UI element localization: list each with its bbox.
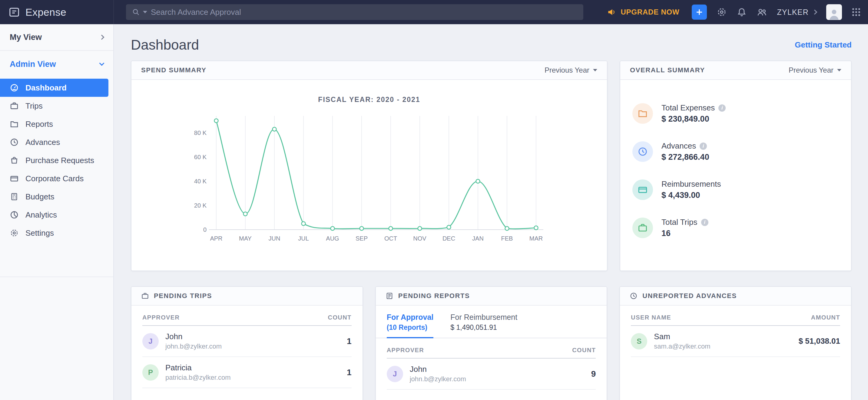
overall-period-selector[interactable]: Previous Year	[789, 66, 841, 74]
user-name: Sam	[654, 332, 798, 341]
sidebar-item-label: Purchase Requests	[26, 156, 94, 165]
dashboard-gauge-icon	[10, 83, 19, 92]
app-grid-icon[interactable]	[851, 7, 861, 16]
folder-icon	[10, 120, 19, 129]
info-icon[interactable]	[701, 219, 708, 226]
svg-text:APR: APR	[210, 235, 222, 242]
table-row[interactable]: J John john.b@zylker.com 9	[387, 359, 596, 390]
reimbursement-card-icon	[632, 179, 653, 200]
topbar-main: UPGRADE NOW	[114, 0, 868, 24]
tab-sublabel: (10 Reports)	[387, 324, 434, 332]
tab-for-reimbursement[interactable]: For Reimbursement $ 1,490,051.91	[451, 313, 517, 338]
svg-text:SEP: SEP	[355, 235, 368, 242]
chevron-down-icon	[99, 61, 104, 66]
total-trips-value: 16	[661, 229, 708, 238]
advances-value: $ 272,866.40	[661, 153, 709, 162]
sidebar-item-advances[interactable]: Advances	[0, 133, 113, 151]
main-content: Dashboard Getting Started SPEND SUMMARY …	[114, 24, 868, 400]
svg-text:20 K: 20 K	[194, 202, 207, 209]
notifications-bell-icon[interactable]	[737, 7, 747, 17]
reimbursements-label: Reimbursements	[661, 179, 721, 189]
col-count: COUNT	[572, 347, 596, 354]
unreported-advances-header: UNREPORTED ADVANCES	[620, 287, 851, 306]
trips-briefcase-icon	[632, 218, 653, 238]
user-avatar[interactable]	[826, 4, 842, 20]
avatar: P	[142, 364, 159, 380]
unreported-advances-title: UNREPORTED ADVANCES	[642, 292, 737, 300]
svg-text:JAN: JAN	[472, 235, 484, 242]
sidebar-item-settings[interactable]: Settings	[0, 224, 113, 242]
spend-summary-header: SPEND SUMMARY Previous Year	[131, 61, 607, 80]
svg-text:JUL: JUL	[298, 235, 309, 242]
total-expenses-label: Total Expenses	[661, 103, 715, 112]
chevron-down-icon	[837, 69, 841, 71]
sidebar-item-label: Trips	[26, 101, 43, 111]
credit-card-icon	[10, 174, 19, 183]
svg-text:MAY: MAY	[239, 235, 252, 242]
admin-view-label: Admin View	[10, 60, 56, 69]
advances-label: Advances	[661, 141, 696, 151]
search-input[interactable]	[150, 7, 577, 18]
getting-started-link[interactable]: Getting Started	[795, 40, 851, 49]
contacts-users-icon[interactable]	[756, 7, 768, 17]
col-approver: APPROVER	[142, 314, 180, 321]
unreported-advances-columns: USER NAME AMOUNT	[631, 306, 840, 326]
app-title: Expense	[26, 6, 66, 18]
sidebar-item-purchase-requests[interactable]: Purchase Requests	[0, 151, 113, 169]
advances-clock-icon	[632, 141, 653, 162]
app-logo[interactable]: Expense	[0, 0, 114, 24]
tab-for-approval[interactable]: For Approval (10 Reports)	[387, 313, 434, 338]
search-scope-caret-icon[interactable]	[143, 11, 147, 13]
table-row[interactable]: P Patricia patricia.b@zylker.com 1	[142, 357, 352, 388]
svg-text:NOV: NOV	[413, 235, 427, 242]
chevron-down-icon	[593, 69, 597, 71]
total-trips-item: Total Trips 16	[632, 209, 839, 247]
col-count: COUNT	[328, 314, 352, 321]
topbar-actions: UPGRADE NOW	[583, 4, 861, 20]
sidebar-item-corporate-cards[interactable]: Corporate Cards	[0, 169, 113, 188]
briefcase-icon	[141, 292, 149, 300]
sidebar-item-label: Advances	[26, 138, 60, 147]
sidebar-item-dashboard[interactable]: Dashboard	[0, 79, 108, 97]
advances-item: Advances $ 272,866.40	[632, 133, 839, 171]
tab-sublabel: $ 1,490,051.91	[451, 324, 517, 332]
sidebar-divider	[0, 276, 113, 277]
global-search[interactable]	[126, 4, 583, 20]
table-row[interactable]: S Sam sam.a@zylker.com $ 51,038.01	[631, 326, 840, 357]
approver-email: john.b@zylker.com	[165, 342, 347, 351]
info-icon[interactable]	[718, 104, 726, 112]
settings-gear-icon[interactable]	[717, 7, 727, 17]
megaphone-icon	[607, 7, 616, 16]
sidebar-item-reports[interactable]: Reports	[0, 115, 113, 133]
approver-email: patricia.b@zylker.com	[165, 374, 347, 381]
sidebar-nav: Dashboard Trips Re	[0, 77, 113, 242]
chart-title: FISCAL YEAR: 2020 - 2021	[131, 80, 607, 104]
sidebar: My View Admin View Dashboard	[0, 24, 114, 400]
svg-text:OCT: OCT	[384, 235, 397, 242]
org-switcher[interactable]: ZYLKER	[777, 8, 816, 16]
spend-period-selector[interactable]: Previous Year	[545, 66, 597, 74]
svg-text:JUN: JUN	[269, 235, 280, 242]
avatar: S	[631, 333, 647, 349]
tab-label: For Reimbursement	[451, 313, 517, 322]
upgrade-now-button[interactable]: UPGRADE NOW	[607, 7, 679, 16]
topbar: Expense	[0, 0, 868, 24]
sidebar-item-analytics[interactable]: Analytics	[0, 206, 113, 224]
sidebar-item-budgets[interactable]: Budgets	[0, 188, 113, 206]
sidebar-item-trips[interactable]: Trips	[0, 97, 113, 115]
my-view-toggle[interactable]: My View	[0, 24, 113, 51]
approver-name: John	[410, 365, 591, 374]
clock-icon	[630, 292, 638, 300]
info-icon[interactable]	[700, 142, 707, 150]
svg-text:40 K: 40 K	[194, 178, 207, 185]
tab-label: For Approval	[387, 313, 434, 322]
table-row[interactable]: J John john.b@zylker.com 1	[142, 326, 352, 357]
user-email: sam.a@zylker.com	[654, 342, 798, 351]
pending-reports-header: PENDING REPORTS	[376, 287, 607, 306]
admin-view-toggle[interactable]: Admin View	[0, 51, 113, 77]
app-root: Expense	[0, 0, 868, 400]
col-user-name: USER NAME	[631, 314, 671, 321]
quick-create-button[interactable]	[692, 4, 707, 20]
chevron-right-icon	[812, 10, 817, 15]
search-icon	[132, 8, 140, 16]
